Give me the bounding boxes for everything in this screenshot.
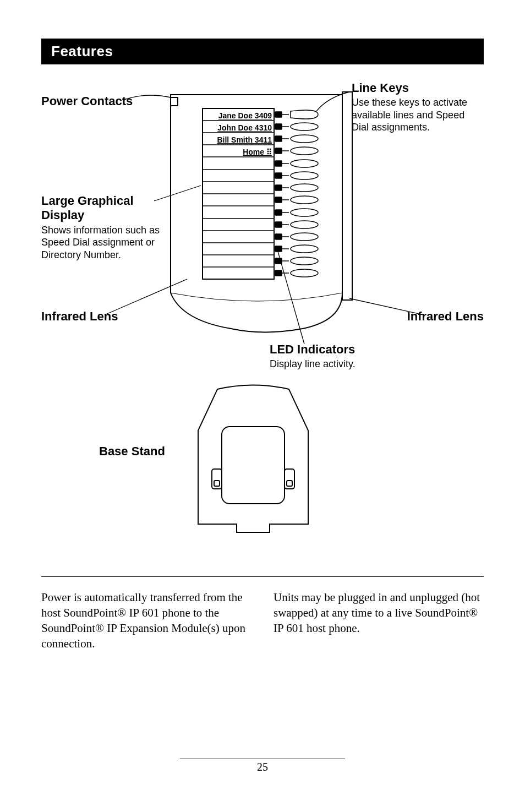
svg-rect-54: [275, 270, 282, 276]
svg-rect-51: [275, 258, 282, 264]
svg-rect-1: [171, 97, 178, 106]
svg-rect-45: [275, 234, 282, 239]
body-text: Power is automatically transferred from …: [41, 590, 484, 652]
display-row: John Doe 4310: [205, 122, 272, 134]
body-col-2: Units may be plugged in and unplugged (h…: [274, 590, 484, 652]
callout-base-stand: Base Stand: [99, 444, 165, 459]
callout-title: Large Graphical Display: [41, 194, 179, 223]
svg-rect-65: [287, 481, 292, 486]
callout-desc: Use these keys to activate available lin…: [352, 96, 484, 134]
svg-rect-18: [275, 124, 282, 129]
svg-point-35: [291, 184, 318, 192]
display-row: Home ⠿: [205, 146, 272, 158]
svg-point-41: [291, 209, 318, 216]
base-stand-diagram: Base Stand: [41, 384, 484, 543]
svg-rect-30: [275, 173, 282, 178]
callout-title: LED Indicators: [270, 342, 356, 357]
callout-infrared-right: Infrared Lens: [407, 309, 484, 324]
svg-point-53: [291, 257, 318, 265]
svg-rect-61: [222, 427, 285, 504]
callout-title: Infrared Lens: [407, 309, 484, 324]
body-col-1: Power is automatically transferred from …: [41, 590, 251, 652]
callout-title: Power Contacts: [41, 94, 133, 108]
callout-infrared-left: Infrared Lens: [41, 309, 118, 324]
svg-point-32: [291, 172, 318, 179]
divider: [41, 576, 484, 577]
page-number: 25: [180, 759, 345, 773]
svg-point-20: [291, 123, 318, 130]
svg-point-56: [291, 269, 318, 277]
callout-title: Infrared Lens: [41, 309, 118, 324]
svg-rect-24: [275, 148, 282, 154]
svg-rect-0: [342, 92, 352, 300]
callout-power-contacts: Power Contacts: [41, 94, 133, 108]
svg-rect-33: [275, 185, 282, 190]
callout-desc: Display line activity.: [270, 358, 356, 370]
svg-point-38: [291, 196, 318, 204]
callout-desc: Shows information such as Speed Dial ass…: [41, 224, 179, 261]
display-row: Bill Smith 3411: [205, 134, 272, 146]
base-stand-illustration: [184, 384, 322, 538]
callout-large-display: Large Graphical Display Shows informatio…: [41, 194, 179, 261]
svg-rect-27: [275, 161, 282, 166]
svg-rect-21: [275, 136, 282, 141]
svg-rect-39: [275, 210, 282, 215]
svg-point-26: [291, 147, 318, 155]
svg-point-50: [291, 245, 318, 253]
svg-point-44: [291, 221, 318, 228]
svg-point-23: [291, 135, 318, 143]
callout-title: Line Keys: [352, 81, 484, 95]
svg-point-47: [291, 233, 318, 241]
svg-rect-48: [275, 246, 282, 252]
svg-rect-36: [275, 197, 282, 203]
features-diagram: Power Contacts Line Keys Use these keys …: [41, 81, 484, 373]
svg-rect-42: [275, 222, 282, 227]
device-illustration: Jane Doe 3409 John Doe 4310 Bill Smith 3…: [165, 89, 355, 337]
callout-line-keys: Line Keys Use these keys to activate ava…: [352, 81, 484, 134]
display-row: Jane Doe 3409: [205, 110, 272, 122]
callout-led-indicators: LED Indicators Display line activity.: [270, 342, 356, 370]
section-title: Features: [41, 39, 484, 64]
svg-rect-16: [275, 112, 282, 117]
svg-rect-63: [214, 481, 220, 486]
svg-point-29: [291, 160, 318, 167]
